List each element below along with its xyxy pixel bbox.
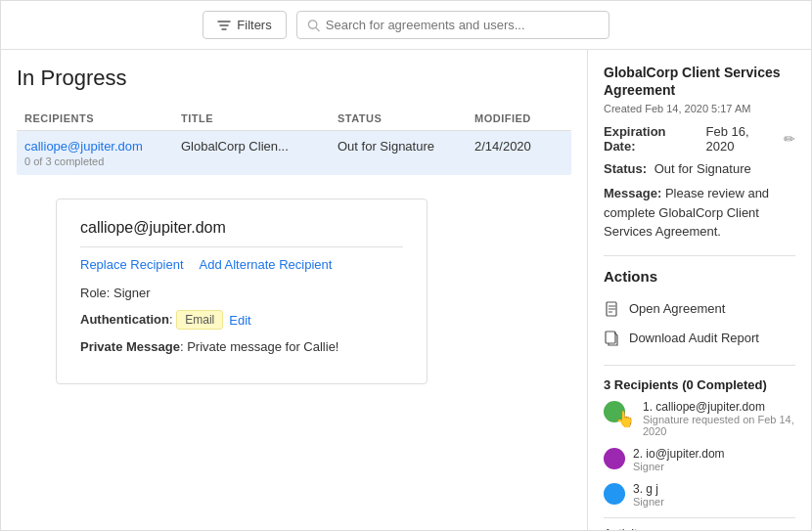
open-agreement-label: Open Agreement (629, 301, 725, 316)
recipient-sub: 0 of 3 completed (24, 155, 181, 167)
card-actions: Replace Recipient Add Alternate Recipien… (80, 257, 403, 272)
private-label: Private Message: (80, 339, 187, 354)
search-input[interactable] (326, 18, 599, 32)
divider-1 (604, 255, 795, 256)
role-value: Signer (113, 286, 151, 300)
avatar-3 (604, 483, 625, 505)
main-content: In Progress RECIPIENTS TITLE STATUS MODI… (1, 50, 811, 530)
col-modified: MODIFIED (474, 112, 553, 124)
expiration-date: Feb 16, 2020 (706, 124, 776, 154)
recipient-item-1: 👆 1. calliope@jupiter.dom Signature requ… (604, 400, 795, 437)
recipient-info-3: 3. g j Signer (633, 482, 795, 508)
svg-rect-3 (606, 332, 615, 343)
recipient-card: calliope@jupiter.dom Replace Recipient A… (56, 199, 428, 384)
auth-badge: Email Edit (176, 310, 250, 330)
download-icon (604, 330, 621, 347)
auth-row: Authentication: Email Edit (80, 310, 403, 330)
auth-label: Authentication: (80, 312, 176, 327)
toolbar: Filters (1, 1, 811, 50)
status-value: Out for Signature (651, 161, 751, 176)
recipient-name-1: 1. calliope@jupiter.dom (643, 400, 795, 414)
message-label: Message: (604, 186, 665, 200)
private-value: Private message for Callie! (187, 339, 338, 354)
recipient-sub-2: Signer (633, 461, 795, 472)
row-status: Out for Signature (338, 139, 474, 167)
divider-2 (604, 365, 795, 366)
role-row: Role: Signer (80, 286, 403, 300)
filter-label: Filters (237, 18, 271, 32)
agreement-title: GlobalCorp Client Services Agreement (604, 64, 795, 99)
download-audit-label: Download Audit Report (629, 331, 759, 345)
recipient-cell: calliope@jupiter.dom 0 of 3 completed (24, 139, 181, 167)
app-container: Filters In Progress RECIPIENTS TITLE STA… (0, 0, 812, 531)
recipient-name-3: 3. g j (633, 482, 795, 496)
replace-recipient-link[interactable]: Replace Recipient (80, 257, 184, 272)
expiration-label: Expiration Date: (604, 124, 695, 154)
right-panel: GlobalCorp Client Services Agreement Cre… (588, 50, 811, 530)
recipient-email: calliope@jupiter.dom (24, 139, 181, 154)
activity-section[interactable]: Activity › (604, 517, 795, 530)
add-alternate-link[interactable]: Add Alternate Recipient (200, 257, 333, 272)
status-row: Status: Out for Signature (604, 161, 795, 176)
recipient-info-2: 2. io@jupiter.dom Signer (633, 447, 795, 472)
col-status: STATUS (338, 112, 474, 124)
cursor-icon: 👆 (615, 410, 635, 428)
expiration-edit-icon[interactable]: ✏ (784, 131, 795, 147)
activity-chevron-icon: › (791, 526, 795, 530)
message-row: Message: Please review and complete Glob… (604, 184, 795, 242)
agreement-created: Created Feb 14, 2020 5:17 AM (604, 103, 795, 114)
auth-value: Email (176, 310, 223, 330)
row-modified: 2/14/2020 (474, 139, 553, 167)
document-icon (604, 300, 621, 318)
filter-button[interactable]: Filters (203, 11, 286, 39)
recipient-sub-1: Signature requested on Feb 14, 2020 (643, 414, 795, 437)
col-title: TITLE (181, 112, 338, 124)
svg-line-1 (316, 27, 319, 30)
card-email: calliope@jupiter.dom (80, 219, 403, 247)
private-message-row: Private Message: Private message for Cal… (80, 339, 403, 354)
section-title: In Progress (17, 66, 571, 91)
table-header: RECIPIENTS TITLE STATUS MODIFIED (17, 107, 571, 131)
activity-label: Activity (604, 526, 644, 530)
recipient-sub-3: Signer (633, 496, 795, 508)
recipient-name-2: 2. io@jupiter.dom (633, 447, 795, 461)
recipient-info-1: 1. calliope@jupiter.dom Signature reques… (643, 400, 795, 437)
left-panel: In Progress RECIPIENTS TITLE STATUS MODI… (1, 50, 588, 530)
recipients-count-title: 3 Recipients (0 Completed) (604, 377, 795, 392)
role-label: Role: (80, 286, 113, 300)
expiration-row: Expiration Date: Feb 16, 2020 ✏ (604, 124, 795, 154)
row-title: GlobalCorp Clien... (181, 139, 338, 167)
edit-link[interactable]: Edit (229, 313, 250, 328)
col-recipients: RECIPIENTS (24, 112, 181, 124)
open-agreement-action[interactable]: Open Agreement (604, 294, 795, 324)
download-audit-action[interactable]: Download Audit Report (604, 324, 795, 353)
recipient-item-3: 3. g j Signer (604, 482, 795, 508)
recipient-item-2: 2. io@jupiter.dom Signer (604, 447, 795, 472)
table-row[interactable]: calliope@jupiter.dom 0 of 3 completed Gl… (17, 131, 571, 175)
status-label: Status: (604, 161, 647, 176)
actions-title: Actions (604, 268, 795, 285)
search-icon (307, 19, 320, 32)
avatar-2 (604, 448, 625, 469)
search-box (296, 11, 609, 39)
filter-icon (217, 19, 231, 32)
expiration-value (699, 132, 702, 147)
